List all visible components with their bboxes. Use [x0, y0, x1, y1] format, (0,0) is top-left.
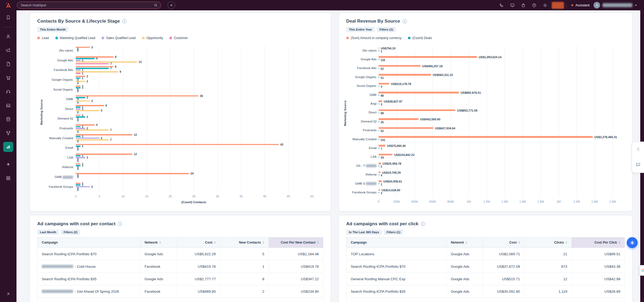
filter-chip[interactable]: Last Month	[37, 229, 59, 235]
bar-marketing-qualified-lead[interactable]	[76, 68, 109, 69]
bar-amount[interactable]	[379, 127, 433, 129]
bar-sales-qualified-lead[interactable]	[76, 138, 99, 139]
filter-chip[interactable]: Filters (1)	[377, 27, 396, 32]
bar-lead[interactable]	[76, 66, 114, 67]
bar-amount[interactable]	[379, 74, 431, 76]
sidebar-item-marketing[interactable]	[3, 45, 13, 55]
bar-amount[interactable]	[379, 118, 419, 120]
bar-deals[interactable]	[379, 95, 379, 96]
create-button[interactable]: +	[168, 1, 175, 9]
marketplace-button[interactable]	[519, 1, 528, 10]
sidebar-item-commerce[interactable]	[3, 73, 13, 83]
bar-deals[interactable]	[379, 157, 379, 158]
filter-chip[interactable]: In The Last 365 Days	[346, 229, 382, 235]
bar-lead[interactable]	[76, 76, 85, 77]
bar-sales-qualified-lead[interactable]	[76, 69, 81, 71]
bar-amount[interactable]	[379, 145, 385, 147]
bar-deals[interactable]	[379, 112, 379, 113]
table-row[interactable]: Search Roofing tCPA Portfolio $35Google …	[346, 285, 625, 298]
bar-amount[interactable]	[379, 56, 477, 58]
bar-customer[interactable]	[76, 63, 109, 65]
column-header-new-contacts[interactable]: New Contacts▲▼	[220, 237, 269, 248]
bar-opportunity[interactable]	[76, 129, 109, 131]
bar-deals[interactable]	[379, 86, 379, 87]
bar-opportunity[interactable]	[76, 110, 99, 111]
bar-amount[interactable]	[379, 154, 392, 156]
bar-lead[interactable]	[76, 86, 81, 87]
table-row[interactable]: - Cold HouseFacebookUS$419.781US$419.78	[37, 260, 323, 273]
phone-button[interactable]	[497, 1, 506, 10]
legend-item[interactable]: (Sum) Amount in company currency	[346, 36, 402, 40]
info-icon[interactable]: i	[122, 19, 127, 23]
sidebar-item-data-management[interactable]	[3, 114, 13, 124]
info-icon[interactable]: i	[118, 222, 122, 226]
bar-deals[interactable]	[379, 68, 379, 69]
bar-sales-qualified-lead[interactable]	[76, 128, 85, 129]
column-header-network[interactable]: Network▲▼	[447, 237, 483, 248]
bar-lead[interactable]	[76, 105, 104, 106]
sidebar-item-inbox[interactable]	[3, 100, 13, 110]
bar-deals[interactable]	[379, 165, 379, 167]
bar-sales-qualified-lead[interactable]	[76, 108, 81, 110]
bar-marketing-qualified-lead[interactable]	[76, 184, 81, 186]
table-row[interactable]: Search Roofing tCPA Portfolio $70Google …	[37, 248, 323, 260]
bar-opportunity[interactable]	[76, 61, 137, 63]
collapse-sidebar-button[interactable]	[3, 289, 13, 299]
bar-marketing-qualified-lead[interactable]	[76, 107, 81, 108]
sidebar-item-service[interactable]	[3, 87, 13, 97]
bar-marketing-qualified-lead[interactable]	[76, 136, 81, 137]
grid-handle-button[interactable]	[635, 146, 642, 154]
bar-customer[interactable]	[76, 73, 81, 74]
bar-marketing-qualified-lead[interactable]	[76, 58, 95, 59]
table-row[interactable]: TOP LocationsGoogle AdsUS$2,089.7121US$9…	[346, 248, 625, 260]
search-input[interactable]	[20, 3, 154, 7]
bar-deals[interactable]	[379, 139, 379, 140]
bar-amount[interactable]	[379, 163, 381, 164]
bar-opportunity[interactable]	[76, 139, 109, 141]
bar-amount[interactable]	[379, 172, 380, 173]
bar-lead[interactable]	[76, 134, 132, 135]
breeze-copilot-button[interactable]	[627, 237, 638, 248]
chevron-down-icon[interactable]: ▼	[635, 4, 637, 7]
sidebar-item-reporting[interactable]	[3, 142, 13, 152]
table-row[interactable]: Search Roofing tCPA Portfolio $70Google …	[346, 260, 625, 273]
bar-amount[interactable]	[379, 47, 379, 49]
comments-button[interactable]	[635, 161, 642, 169]
assistant-button[interactable]: ✦ Assistant	[569, 3, 591, 8]
avatar[interactable]	[593, 2, 600, 8]
legend-item[interactable]: Opportunity	[142, 36, 163, 40]
bar-deals[interactable]	[379, 59, 379, 60]
bar-amount[interactable]	[379, 109, 455, 111]
bar-marketing-qualified-lead[interactable]	[76, 155, 81, 156]
bar-amount[interactable]	[379, 92, 459, 93]
legend-item[interactable]: Customer	[169, 36, 188, 40]
column-header-cost[interactable]: Cost▲▼	[177, 237, 220, 248]
bar-lead[interactable]	[76, 144, 279, 145]
help-button[interactable]	[530, 1, 538, 10]
screen-share-button[interactable]	[508, 1, 517, 10]
bar-deals[interactable]	[379, 121, 379, 122]
filter-chip[interactable]: Filters (1)	[384, 229, 403, 235]
table-row[interactable]: General Roofing Manual CPC ExpGoogle Ads…	[346, 273, 625, 285]
bar-lead[interactable]	[76, 173, 189, 174]
bar-sales-qualified-lead[interactable]	[76, 60, 81, 61]
column-header-cost-per-click[interactable]: Cost Per Click▲▼	[572, 237, 625, 248]
bar-lead[interactable]	[76, 95, 199, 97]
bar-lead[interactable]	[76, 183, 81, 184]
bar-lead[interactable]	[76, 154, 132, 155]
bar-lead[interactable]	[76, 163, 81, 165]
bar-deals[interactable]	[379, 103, 379, 104]
column-header-network[interactable]: Network▲▼	[140, 237, 178, 248]
filter-chip[interactable]: This Entire Year	[346, 27, 375, 32]
bar-amount[interactable]	[379, 180, 382, 182]
bar-deals[interactable]	[379, 192, 379, 193]
bar-amount[interactable]	[379, 189, 380, 191]
bar-deals[interactable]	[379, 175, 379, 176]
legend-item[interactable]: Lead	[37, 36, 49, 40]
bar-lead[interactable]	[76, 115, 81, 116]
bar-marketing-qualified-lead[interactable]	[76, 126, 81, 127]
legend-item[interactable]: Sales Qualified Lead	[102, 36, 136, 40]
bar-amount[interactable]	[379, 100, 382, 102]
edge-widget-button[interactable]	[639, 265, 644, 276]
sidebar-item-breeze[interactable]	[3, 159, 13, 169]
